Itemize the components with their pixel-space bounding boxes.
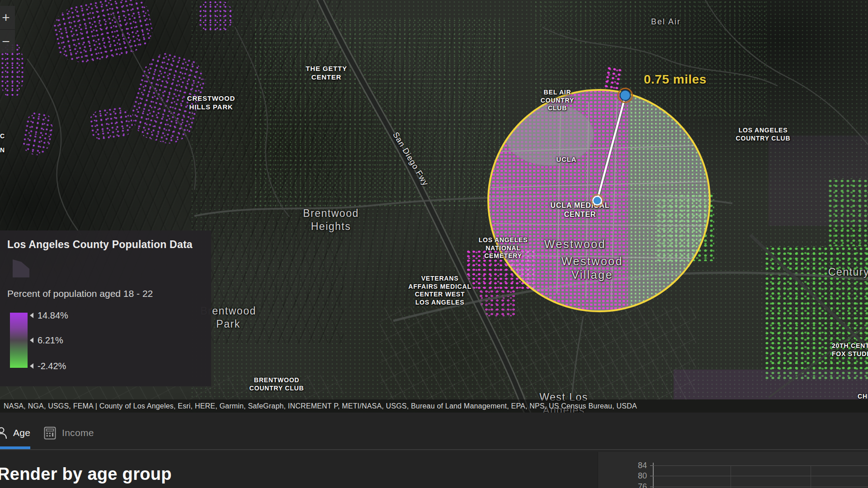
legend-stop-value: 14.84% [38, 310, 68, 321]
triangle-left-icon [30, 338, 33, 343]
chart-tick-80 [650, 476, 653, 476]
chart-tick-label-80: 80 [629, 471, 647, 481]
map-label-line: CRESTWOOD [187, 94, 235, 103]
legend-layer-subtitle: Percent of population aged 18 - 22 [7, 288, 153, 299]
map-label-line: COUNTRY [541, 96, 574, 104]
person-icon [0, 427, 7, 439]
map-label-getty-center: THE GETTY CENTER [306, 65, 347, 82]
polygon-layer-swatch-icon [13, 259, 29, 277]
map-label-line: CENTER [306, 73, 347, 82]
map-label-ucla-medical-center: UCLA MEDICAL CENTER [551, 201, 610, 219]
tab-age-label: Age [13, 427, 30, 438]
panel-divider [0, 449, 868, 450]
map-label-line: BEL AIR [541, 89, 574, 97]
distance-label: 0.75 miles [644, 72, 707, 87]
tab-age[interactable]: Age [0, 425, 30, 441]
legend-stop-min: -2.42% [30, 361, 66, 371]
map-label-ucla: UCLA [557, 155, 577, 164]
green-speckle-hills [253, 18, 506, 208]
map-label-line: THE GETTY [306, 65, 347, 73]
map-label-line: Village [561, 268, 623, 282]
map-label-line: HILLS PARK [187, 103, 235, 112]
chart-gridline-76 [653, 487, 868, 487]
map-label-la-country-club: LOS ANGELES COUNTRY CLUB [736, 127, 791, 142]
map-label-line: CEMETERY [479, 252, 528, 260]
legend-stop-value: 6.21% [38, 335, 63, 346]
map-application-window: Bel Air THE GETTY CENTER CRESTWOOD HILLS… [0, 0, 868, 488]
map-label-century-city: Century City [828, 266, 868, 279]
triangle-left-icon [30, 313, 33, 318]
green-blocks-east [656, 193, 714, 261]
map-label-line: CENTER WEST [408, 291, 472, 299]
purple-tint-southeast [674, 370, 868, 399]
map-label-edge-c: C [0, 132, 5, 141]
map-label-line: COUNTRY CLUB [250, 384, 304, 392]
map-label-line: CLUB [541, 104, 574, 113]
map-label-westwood-village: Westwood Village [561, 254, 623, 282]
tab-income-label: Income [62, 427, 94, 438]
legend-stop-value: -2.42% [38, 361, 66, 371]
map-label-line: 20TH CENTURY [832, 342, 868, 350]
map-label-line: LOS ANGELES [736, 127, 791, 135]
map-label-line: LOS ANGELES [408, 299, 472, 307]
attribution-text: NASA, NGA, USGS, FEMA | County of Los An… [4, 402, 637, 410]
legend-stop-mid: 6.21% [30, 336, 63, 345]
tab-income[interactable]: Income [44, 425, 94, 441]
chart-gridline-v2 [811, 465, 811, 488]
purple-tint-east [769, 136, 868, 226]
map-label-line: COUNTRY CLUB [736, 134, 791, 142]
map-label-line: NATIONAL [479, 244, 528, 252]
triangle-left-icon [30, 363, 33, 369]
legend-panel: Los Angeles County Population Data Perce… [0, 230, 211, 386]
calculator-icon [44, 427, 56, 440]
map-label-veterans-affairs: VETERANS AFFAIRS MEDICAL CENTER WEST LOS… [408, 275, 472, 306]
map-label-line: Brentwood [303, 207, 359, 220]
map-label-line: VETERANS [408, 275, 472, 283]
map-label-line: CENTER [551, 210, 610, 219]
chart-gridline-84 [653, 465, 868, 466]
legend-color-ramp [10, 313, 28, 368]
chart-tick-label-76: 76 [629, 482, 647, 488]
map-label-fox-studios: 20TH CENTURY FOX STUDIOS [832, 342, 868, 358]
map-label-line: FOX STUDIOS [832, 350, 868, 358]
map-label-westwood: Westwood [544, 237, 606, 251]
map-label-la-national-cemetery: LOS ANGELES NATIONAL CEMETERY [479, 236, 528, 260]
map-label-bel-air: Bel Air [651, 17, 681, 27]
chart-tick-label-84: 84 [629, 461, 647, 470]
map-label-line: Westwood [561, 254, 623, 268]
panel-heading: Render by age group [0, 465, 172, 484]
chart-tick-84 [650, 465, 653, 466]
map-label-bel-air-country-club: BEL AIR COUNTRY CLUB [541, 89, 574, 113]
chart-gridline-v1 [731, 465, 731, 488]
purple-speckle-5 [198, 0, 232, 33]
chart-gridline-80 [653, 476, 868, 476]
chart-y-axis-line [653, 463, 654, 488]
map-label-brentwood-heights: Brentwood Heights [303, 207, 359, 233]
tab-bar: Age Income [0, 413, 868, 450]
map-label-line: UCLA MEDICAL [551, 201, 610, 210]
map-label-line: Heights [303, 220, 359, 233]
analysis-panel: Age Income Rende [0, 413, 868, 488]
map-label-line: AFFAIRS MEDICAL [408, 283, 472, 291]
legend-title: Los Angeles County Population Data [7, 239, 204, 251]
street-grid-texture-1 [380, 307, 696, 400]
map-label-edge-n: N [0, 146, 5, 155]
map-label-line: BRENTWOOD [250, 376, 304, 385]
zoom-out-button[interactable]: − [0, 29, 15, 53]
zoom-in-button[interactable]: + [0, 6, 15, 29]
zoom-controls: + − [0, 6, 15, 53]
map-label-line: LOS ANGELES [479, 236, 528, 244]
map-attribution-bar: NASA, NGA, USGS, FEMA | County of Los An… [0, 399, 868, 413]
map-label-brentwood-country-club: BRENTWOOD COUNTRY CLUB [250, 376, 304, 392]
chart-tick-76 [650, 487, 653, 487]
legend-stop-max: 14.84% [30, 311, 68, 320]
map-label-crestwood-hills-park: CRESTWOOD HILLS PARK [187, 94, 235, 112]
age-group-chart: 84 80 76 [598, 452, 868, 488]
